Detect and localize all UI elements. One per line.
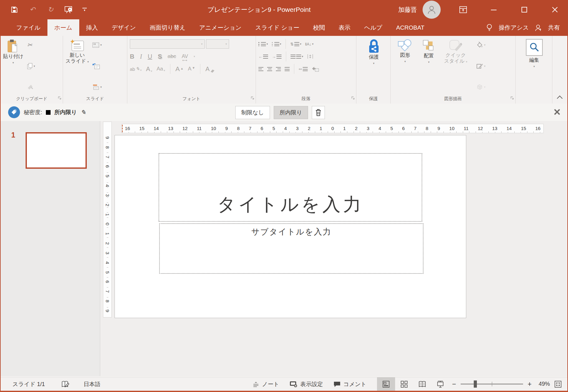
reset-slide-button[interactable] xyxy=(92,61,102,71)
bold-button[interactable]: B xyxy=(130,53,134,60)
protect-dropdown[interactable] xyxy=(373,60,375,66)
numbering-dropdown[interactable] xyxy=(280,42,282,46)
change-case-button[interactable]: Aa xyxy=(157,66,165,72)
tab-review[interactable]: 校閲 xyxy=(306,19,332,36)
text-direction-dropdown[interactable] xyxy=(312,42,314,46)
shape-fill-dropdown[interactable] xyxy=(484,43,486,46)
reading-view-button[interactable] xyxy=(413,377,431,391)
tab-animations[interactable]: アニメーション xyxy=(192,19,248,36)
distribute-text-button[interactable]: ⇿ xyxy=(299,64,308,74)
format-painter-button[interactable] xyxy=(27,82,35,92)
copy-dropdown[interactable] xyxy=(34,65,35,68)
user-avatar[interactable] xyxy=(423,1,441,19)
arrange-button[interactable]: 配置 xyxy=(417,38,441,95)
edit-sensitivity-icon[interactable] xyxy=(81,109,86,116)
justify-button[interactable] xyxy=(285,64,290,74)
bullets-button[interactable] xyxy=(258,39,268,49)
fit-slide-to-window-button[interactable] xyxy=(554,380,562,388)
notes-button[interactable]: ノート xyxy=(252,380,279,388)
customize-qat-dropdown[interactable] xyxy=(82,8,87,12)
tab-transitions[interactable]: 画面切り替え xyxy=(143,19,192,36)
internal-only-button[interactable]: 所内限り xyxy=(274,106,308,119)
align-center-button[interactable] xyxy=(267,64,272,74)
text-direction-button[interactable]: ‖A↓ xyxy=(305,39,314,49)
tell-me-assist[interactable]: 操作アシスト xyxy=(499,24,529,32)
font-color-dropdown[interactable] xyxy=(151,70,152,73)
numbering-button[interactable] xyxy=(272,39,282,49)
undo-button[interactable] xyxy=(28,5,37,14)
align-right-button[interactable] xyxy=(276,64,281,74)
tab-insert[interactable]: 挿入 xyxy=(79,19,105,36)
subtitle-placeholder[interactable]: サブタイトルを入力 xyxy=(159,223,424,274)
zoom-level[interactable]: 49% xyxy=(534,381,554,387)
clear-formatting-button[interactable]: A xyxy=(205,65,214,73)
arrange-dropdown[interactable] xyxy=(428,59,430,65)
section-button[interactable] xyxy=(92,82,102,92)
drawing-dialog-launcher[interactable] xyxy=(510,96,514,100)
protect-button[interactable]: 保護 xyxy=(367,38,380,95)
zoom-out-button[interactable]: − xyxy=(449,380,459,388)
title-placeholder[interactable]: タイトルを入力 xyxy=(159,153,422,222)
decrease-font-size-button[interactable]: A▼ xyxy=(188,66,195,72)
tab-slideshow[interactable]: スライド ショー xyxy=(248,19,306,36)
increase-font-size-button[interactable]: A▲ xyxy=(175,65,184,73)
paragraph-dialog-launcher[interactable] xyxy=(351,96,355,100)
slide-thumbnail-1[interactable] xyxy=(26,132,87,169)
new-slide-dropdown[interactable] xyxy=(87,60,89,63)
shape-fill-button[interactable] xyxy=(476,40,486,50)
shapes-button[interactable]: 図形 xyxy=(393,38,417,95)
columns-button[interactable] xyxy=(291,52,303,61)
close-button[interactable] xyxy=(550,6,560,13)
font-size-combobox[interactable] xyxy=(206,39,229,49)
proofing-button[interactable] xyxy=(61,380,69,388)
tab-home[interactable]: ホーム xyxy=(47,19,79,36)
paste-dropdown[interactable] xyxy=(12,60,14,66)
shape-outline-button[interactable] xyxy=(476,61,486,71)
share-button[interactable]: 共有 xyxy=(548,24,560,32)
character-spacing-dropdown[interactable] xyxy=(194,55,195,58)
shape-effects-button[interactable] xyxy=(476,82,486,92)
quick-styles-button[interactable]: クイック スタイル xyxy=(441,38,471,95)
language-indicator[interactable]: 日本語 xyxy=(84,380,100,388)
user-name[interactable]: 加藤晋 xyxy=(398,6,417,14)
font-color-button[interactable]: A xyxy=(146,65,152,73)
text-shadow-button[interactable]: S xyxy=(158,53,162,60)
shape-effects-dropdown[interactable] xyxy=(484,85,486,89)
font-name-dropdown[interactable] xyxy=(201,42,203,46)
align-text-button[interactable] xyxy=(307,52,313,61)
display-settings-button[interactable]: 表示設定 xyxy=(290,380,323,388)
line-spacing-button[interactable]: ⇅ xyxy=(290,39,301,49)
edit-button[interactable]: 編集 xyxy=(526,38,543,95)
tab-acrobat[interactable]: ACROBAT xyxy=(389,19,431,36)
no-restriction-button[interactable]: 制限なし xyxy=(235,106,270,119)
text-highlight-dropdown[interactable] xyxy=(140,69,142,72)
copy-button[interactable] xyxy=(27,61,35,71)
font-name-combobox[interactable] xyxy=(130,39,205,49)
comments-button[interactable]: コメント xyxy=(333,380,366,388)
maximize-button[interactable] xyxy=(519,6,529,13)
tab-design[interactable]: デザイン xyxy=(105,19,143,36)
new-slide-button[interactable]: 新しい スライド xyxy=(66,38,89,95)
layout-button[interactable] xyxy=(92,40,102,50)
slideshow-view-button[interactable] xyxy=(431,377,449,391)
align-left-button[interactable] xyxy=(258,64,263,74)
text-highlight-button[interactable]: ab xyxy=(130,66,142,72)
tab-file[interactable]: ファイル xyxy=(9,19,47,36)
change-case-dropdown[interactable] xyxy=(164,69,165,72)
character-spacing-button[interactable]: AV xyxy=(182,54,188,59)
slide-editor[interactable]: タイトルを入力 サブタイトルを入力 xyxy=(115,135,466,318)
collapse-ribbon-chevron[interactable] xyxy=(557,95,562,101)
layout-dropdown[interactable] xyxy=(100,43,102,46)
edit-dropdown[interactable] xyxy=(533,64,535,70)
increase-indent-button[interactable]: → xyxy=(272,52,282,61)
decrease-indent-button[interactable]: ← xyxy=(258,52,268,61)
tab-view[interactable]: 表示 xyxy=(332,19,357,36)
font-size-dropdown[interactable] xyxy=(225,42,227,46)
normal-view-button[interactable] xyxy=(377,377,395,391)
paste-button[interactable]: 貼り付け xyxy=(3,38,23,95)
font-dialog-launcher[interactable] xyxy=(251,96,254,100)
strikethrough-button[interactable]: abc xyxy=(168,53,176,60)
tab-help[interactable]: ヘルプ xyxy=(357,19,389,36)
shapes-dropdown[interactable] xyxy=(404,59,406,65)
save-button[interactable] xyxy=(10,5,19,14)
